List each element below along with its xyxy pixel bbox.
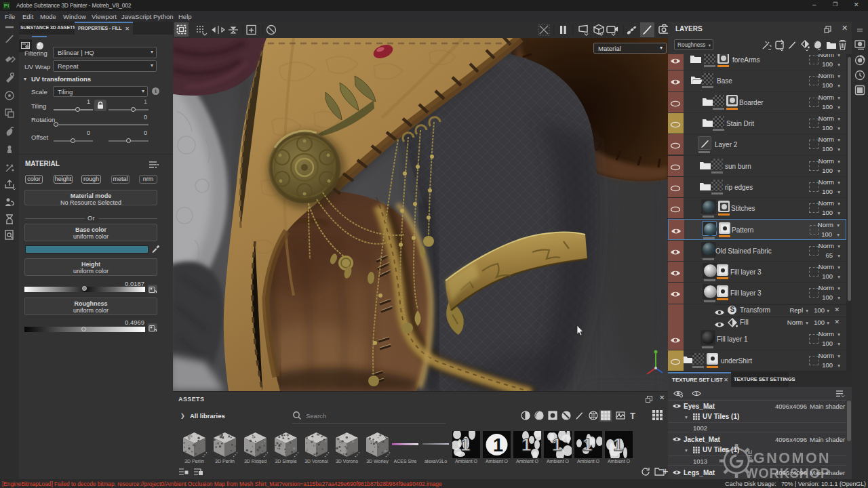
- svg-text:1: 1: [613, 434, 623, 455]
- svg-text:1: 1: [695, 391, 698, 397]
- svg-text:1: 1: [460, 434, 470, 455]
- svg-text:1: 1: [583, 434, 592, 455]
- svg-text:1: 1: [552, 434, 561, 455]
- svg-text:T: T: [630, 411, 635, 421]
- svg-text:1: 1: [493, 435, 503, 455]
- svg-text:1: 1: [521, 434, 531, 455]
